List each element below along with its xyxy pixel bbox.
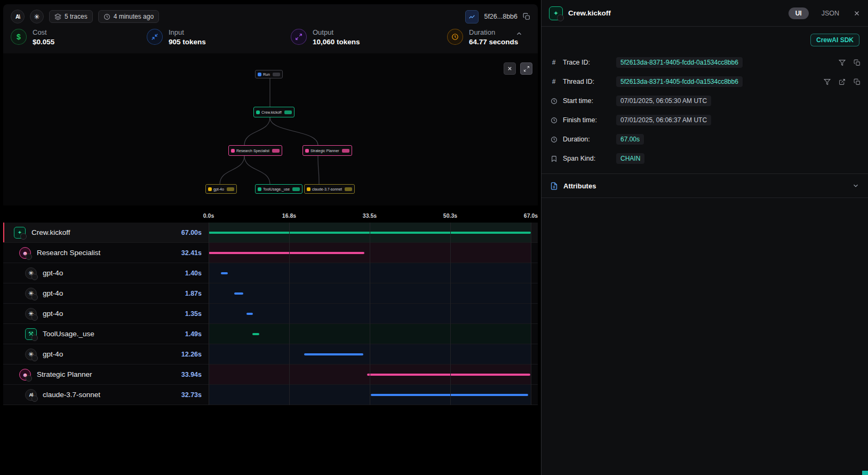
field-row-finish-time: Finish time: 07/01/2025, 06:06:37 AM UTC — [549, 110, 861, 130]
chevron-down-icon[interactable] — [852, 182, 859, 189]
field-label: Span Kind: — [563, 155, 612, 162]
span-track — [209, 304, 531, 323]
trace-id-value[interactable]: 5f2613da-8371-9405-fcdd-0a1534cc8bb6 — [616, 57, 743, 68]
copy-icon[interactable] — [854, 78, 861, 85]
start-time-value: 07/01/2025, 06:05:30 AM UTC — [616, 96, 711, 106]
graph-node-label: claude-3.7-sonnet — [312, 187, 342, 191]
table-row[interactable]: Crew.kickoff 67.00s — [3, 223, 538, 243]
stat-output-label: Output — [313, 28, 360, 38]
filter-icon[interactable] — [839, 59, 846, 66]
duration-clock-icon — [447, 29, 463, 45]
field-label: Finish time: — [563, 116, 612, 124]
copy-trace-id-icon[interactable] — [523, 13, 530, 20]
attributes-section-toggle[interactable]: Attributes — [541, 173, 868, 198]
tick-label: 50.3s — [443, 212, 457, 219]
graph-node-gpt-4o[interactable]: gpt-4o — [205, 184, 237, 194]
trace-summary-card: A\ ✳ 5 traces 4 minutes ago 5f26...8bb6 — [3, 4, 538, 53]
span-bar — [209, 252, 364, 254]
table-row[interactable]: claude-3.7-sonnet 32.73s — [3, 385, 538, 405]
table-row[interactable]: gpt-4o 1.35s — [3, 304, 538, 324]
filter-icon[interactable] — [824, 78, 831, 85]
crew-icon: ✦ — [549, 6, 563, 20]
tab-ui[interactable]: UI — [789, 7, 809, 19]
field-row-trace-id: # Trace ID: 5f2613da-8371-9405-fcdd-0a15… — [549, 53, 861, 72]
span-track — [209, 223, 531, 242]
table-row[interactable]: gpt-4o 1.87s — [3, 283, 538, 304]
tool-icon — [25, 328, 37, 340]
span-track — [209, 243, 531, 263]
tool-node-icon — [258, 187, 261, 191]
graph-expand-button[interactable] — [520, 62, 532, 75]
field-row-duration: Duration: 67.00s — [549, 130, 861, 149]
graph-node-claude-sonnet[interactable]: claude-3.7-sonnet — [304, 184, 355, 194]
graph-node-toolusage[interactable]: ToolUsage._use — [255, 184, 302, 194]
copy-icon[interactable] — [854, 59, 861, 66]
document-icon — [550, 182, 558, 190]
finish-time-value: 07/01/2025, 06:06:37 AM UTC — [616, 115, 711, 125]
table-row[interactable]: Strategic Planner 33.94s — [3, 365, 538, 385]
span-track — [209, 283, 531, 303]
span-rows: Crew.kickoff 67.00s Research Specialist … — [3, 223, 538, 405]
thread-id-value[interactable]: 5f2613da-8371-9405-fcdd-0a1534cc8bb6 — [616, 76, 743, 87]
anthropic-icon — [25, 389, 37, 401]
time-axis: 0.0s 16.8s 33.5s 50.3s 67.0s — [209, 211, 531, 223]
tick-label: 0.0s — [203, 212, 214, 219]
crewai-sdk-badge[interactable]: CrewAI SDK — [810, 34, 859, 46]
openai-icon — [25, 288, 37, 299]
openai-icon — [25, 308, 37, 320]
span-duration: 32.41s — [153, 249, 202, 257]
span-duration: 1.87s — [153, 290, 202, 297]
span-duration: 67.00s — [153, 229, 202, 236]
graph-node-label: gpt-4o — [213, 187, 224, 191]
span-bar — [371, 394, 528, 396]
traces-count-badge[interactable]: 5 traces — [49, 10, 93, 23]
span-track — [209, 365, 531, 384]
graph-node-crew-kickoff[interactable]: Crew.kickoff — [253, 107, 294, 117]
table-row[interactable]: ToolUsage._use 1.49s — [3, 324, 538, 344]
panel-title: Crew.kickoff — [568, 9, 611, 17]
external-link-icon[interactable] — [839, 78, 846, 85]
span-bar — [304, 353, 363, 355]
stat-cost-value: $0.055 — [33, 38, 54, 46]
metrics-chart-button[interactable] — [465, 10, 479, 23]
span-bar — [221, 272, 228, 274]
tab-json[interactable]: JSON — [822, 10, 839, 17]
stat-duration: Duration 64.77 seconds — [447, 28, 538, 46]
span-name: gpt-4o — [43, 289, 63, 297]
openai-icon — [25, 267, 37, 279]
trace-main-area: A\ ✳ 5 traces 4 minutes ago 5f26...8bb6 — [0, 0, 541, 475]
graph-node-label: Run — [263, 73, 270, 76]
span-name: gpt-4o — [43, 310, 63, 318]
close-icon[interactable] — [853, 10, 861, 17]
trace-graph-view[interactable]: Run Crew.kickoff Research Specialist Str… — [3, 53, 538, 205]
table-row[interactable]: Research Specialist 32.41s — [3, 243, 538, 263]
tick-label: 33.5s — [363, 212, 377, 219]
span-fields: # Trace ID: 5f2613da-8371-9405-fcdd-0a15… — [541, 51, 868, 171]
openai-icon — [25, 349, 37, 360]
graph-close-button[interactable] — [504, 62, 516, 75]
graph-node-run[interactable]: Run — [255, 70, 283, 78]
clock-icon — [549, 117, 559, 124]
field-label: Trace ID: — [563, 59, 612, 66]
field-label: Duration: — [563, 136, 612, 143]
tick-label: 16.8s — [282, 212, 296, 219]
graph-node-research-specialist[interactable]: Research Specialist — [228, 145, 282, 156]
detail-panel-header: ✦ Crew.kickoff UI JSON — [541, 0, 868, 27]
graph-node-strategic-planner[interactable]: Strategic Planner — [302, 145, 352, 156]
span-duration: 12.26s — [153, 351, 202, 358]
table-row[interactable]: gpt-4o 12.26s — [3, 344, 538, 365]
dollar-icon: $ — [11, 29, 27, 45]
stat-cost-label: Cost — [33, 28, 54, 38]
span-bar — [252, 333, 259, 335]
collapse-chevron-icon[interactable] — [515, 30, 523, 37]
trace-top-bar: A\ ✳ 5 traces 4 minutes ago 5f26...8bb6 — [3, 4, 538, 26]
node-duration-badge — [345, 187, 352, 191]
span-duration: 1.49s — [153, 330, 202, 338]
graph-node-label: Strategic Planner — [310, 149, 339, 153]
field-label: Thread ID: — [563, 78, 612, 85]
table-row[interactable]: gpt-4o 1.40s — [3, 263, 538, 283]
node-duration-badge — [273, 73, 280, 76]
hash-icon: # — [549, 59, 559, 66]
span-name: ToolUsage._use — [43, 330, 94, 338]
llm-node-icon — [208, 187, 212, 191]
